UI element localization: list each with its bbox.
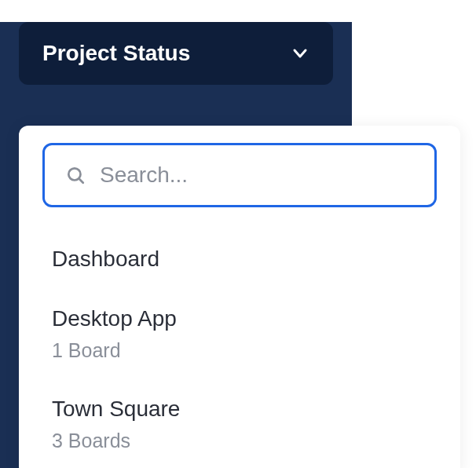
dropdown-item-subtitle: 1 Board <box>52 339 427 362</box>
dropdown-item-subtitle: 3 Boards <box>52 430 427 452</box>
sidebar: Project Status Dashboard Desktop App 1 B… <box>0 22 352 468</box>
search-icon <box>65 165 86 185</box>
chevron-down-icon <box>291 44 309 63</box>
dropdown-item-desktop-app[interactable]: Desktop App 1 Board <box>42 306 437 362</box>
project-selector-label: Project Status <box>42 41 190 66</box>
search-input[interactable] <box>100 163 414 188</box>
dropdown-item-title: Town Square <box>52 397 427 422</box>
dropdown-item-dashboard[interactable]: Dashboard <box>42 247 437 272</box>
dropdown-item-title: Desktop App <box>52 306 427 331</box>
project-selector-button[interactable]: Project Status <box>19 22 333 85</box>
search-box[interactable] <box>42 143 437 207</box>
svg-line-1 <box>79 179 83 183</box>
project-dropdown-panel: Dashboard Desktop App 1 Board Town Squar… <box>19 126 460 468</box>
dropdown-item-title: Dashboard <box>52 247 427 272</box>
dropdown-item-town-square[interactable]: Town Square 3 Boards <box>42 397 437 452</box>
